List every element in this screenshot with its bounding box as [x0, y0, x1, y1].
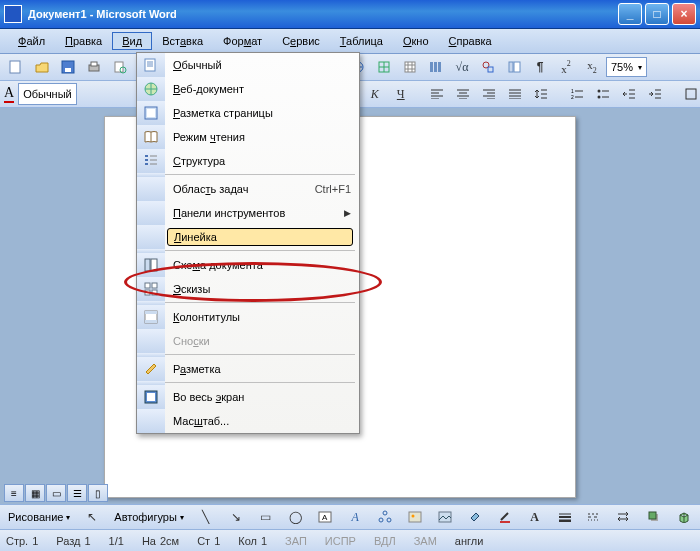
svg-rect-18	[438, 62, 441, 72]
arrow-button[interactable]: ↘	[224, 505, 248, 529]
view-menu-item-19[interactable]: Масштаб...	[137, 409, 359, 433]
line-spacing-button[interactable]	[529, 82, 553, 106]
align-left-button[interactable]	[425, 82, 449, 106]
decrease-indent-button[interactable]	[617, 82, 641, 106]
svg-rect-43	[147, 109, 155, 117]
svg-rect-49	[152, 290, 157, 295]
view-menu-item-2[interactable]: Разметка страницы	[137, 101, 359, 125]
globe-icon	[143, 81, 159, 97]
line-style-button[interactable]	[553, 505, 577, 529]
close-button[interactable]: ×	[672, 3, 696, 25]
view-menu-item-0[interactable]: Обычный	[137, 53, 359, 77]
view-menu-item-11[interactable]: Эскизы	[137, 277, 359, 301]
shadow-button[interactable]	[642, 505, 666, 529]
diagram-button[interactable]	[373, 505, 397, 529]
threeD-button[interactable]	[672, 505, 696, 529]
menu-1[interactable]: Правка	[55, 32, 112, 50]
numbering-button[interactable]: 12	[565, 82, 589, 106]
view-menu-item-13[interactable]: Колонтитулы	[137, 305, 359, 329]
zoom-combo[interactable]: 75%▾	[606, 57, 647, 77]
view-menu-item-3[interactable]: Режим чтения	[137, 125, 359, 149]
align-center-button[interactable]	[451, 82, 475, 106]
superscript-button[interactable]: x2	[554, 55, 578, 79]
menu-7[interactable]: Окно	[393, 32, 439, 50]
select-objects-button[interactable]: ↖	[80, 505, 104, 529]
view-web-button[interactable]: ▦	[25, 484, 45, 502]
menu-5[interactable]: Сервис	[272, 32, 330, 50]
menubar: ФайлПравкаВидВставкаФорматСервисТаблицаО…	[0, 29, 700, 54]
insert-table-button[interactable]	[398, 55, 422, 79]
line-color-button[interactable]	[493, 505, 517, 529]
wordart-button[interactable]: A	[343, 505, 367, 529]
new-doc-button[interactable]	[4, 55, 28, 79]
arrow-style-button[interactable]	[612, 505, 636, 529]
menu-3[interactable]: Вставка	[152, 32, 213, 50]
view-normal-button[interactable]: ≡	[4, 484, 24, 502]
headerfooter-icon	[143, 309, 159, 325]
align-right-button[interactable]	[477, 82, 501, 106]
align-justify-button[interactable]	[503, 82, 527, 106]
svg-rect-16	[430, 62, 433, 72]
view-print-button[interactable]: ▭	[46, 484, 66, 502]
fullscreen-icon	[143, 389, 159, 405]
maximize-button[interactable]: □	[645, 3, 669, 25]
oval-button[interactable]: ◯	[284, 505, 308, 529]
view-outline-button[interactable]: ☰	[67, 484, 87, 502]
drawing-toolbar-button[interactable]	[476, 55, 500, 79]
svg-point-26	[597, 96, 600, 99]
markup-icon	[143, 361, 159, 377]
drawing-menu[interactable]: Рисование ▾	[4, 509, 74, 525]
menu-6[interactable]: Таблица	[330, 32, 393, 50]
open-button[interactable]	[30, 55, 54, 79]
svg-rect-40	[145, 59, 155, 71]
autoshapes-menu[interactable]: Автофигуры ▾	[110, 509, 188, 525]
view-menu-item-16[interactable]: Разметка	[137, 357, 359, 381]
dash-style-button[interactable]	[582, 505, 606, 529]
doc-normal-icon	[143, 57, 159, 73]
columns-button[interactable]	[424, 55, 448, 79]
subscript-button[interactable]: x2	[580, 55, 604, 79]
svg-rect-20	[488, 67, 493, 72]
view-menu-item-6[interactable]: Область задачCtrl+F1	[137, 177, 359, 201]
view-reading-button[interactable]: ▯	[88, 484, 108, 502]
show-marks-button[interactable]: ¶	[528, 55, 552, 79]
rectangle-button[interactable]: ▭	[254, 505, 278, 529]
view-menu-item-10[interactable]: Схема документа	[137, 253, 359, 277]
font-color-draw-button[interactable]: A	[523, 505, 547, 529]
save-button[interactable]	[56, 55, 80, 79]
bullets-button[interactable]	[591, 82, 615, 106]
textbox-button[interactable]: A	[313, 505, 337, 529]
svg-rect-44	[145, 259, 150, 271]
increase-indent-button[interactable]	[643, 82, 667, 106]
menu-2[interactable]: Вид	[112, 32, 152, 50]
equation-button[interactable]: √α	[450, 55, 474, 79]
underline-button[interactable]: Ч	[389, 82, 413, 106]
svg-rect-22	[514, 62, 520, 72]
print-preview-button[interactable]	[108, 55, 132, 79]
view-menu-item-1[interactable]: Веб-документ	[137, 77, 359, 101]
minimize-button[interactable]: _	[618, 3, 642, 25]
view-menu-item-8[interactable]: Линейка	[137, 225, 359, 249]
fill-color-button[interactable]	[463, 505, 487, 529]
view-menu-item-18[interactable]: Во весь экран	[137, 385, 359, 409]
menu-8[interactable]: Справка	[439, 32, 502, 50]
line-button[interactable]: ╲	[194, 505, 218, 529]
menu-0[interactable]: Файл	[8, 32, 55, 50]
status-lang: англи	[455, 535, 484, 547]
print-button[interactable]	[82, 55, 106, 79]
insert-picture-button[interactable]	[433, 505, 457, 529]
clipart-button[interactable]	[403, 505, 427, 529]
doc-map-button[interactable]	[502, 55, 526, 79]
svg-rect-48	[145, 290, 150, 295]
menu-4[interactable]: Формат	[213, 32, 272, 50]
view-menu-item-4[interactable]: Структура	[137, 149, 359, 173]
status-ovr: ЗАМ	[414, 535, 437, 547]
style-combo[interactable]: Обычный	[18, 83, 77, 105]
italic-button[interactable]: К	[363, 82, 387, 106]
svg-text:2: 2	[571, 94, 574, 99]
styles-pane-icon[interactable]: A	[4, 83, 14, 105]
view-menu-item-7[interactable]: Панели инструментов▶	[137, 201, 359, 225]
borders-button[interactable]	[679, 82, 700, 106]
tables-borders-button[interactable]	[372, 55, 396, 79]
svg-rect-39	[649, 512, 656, 519]
